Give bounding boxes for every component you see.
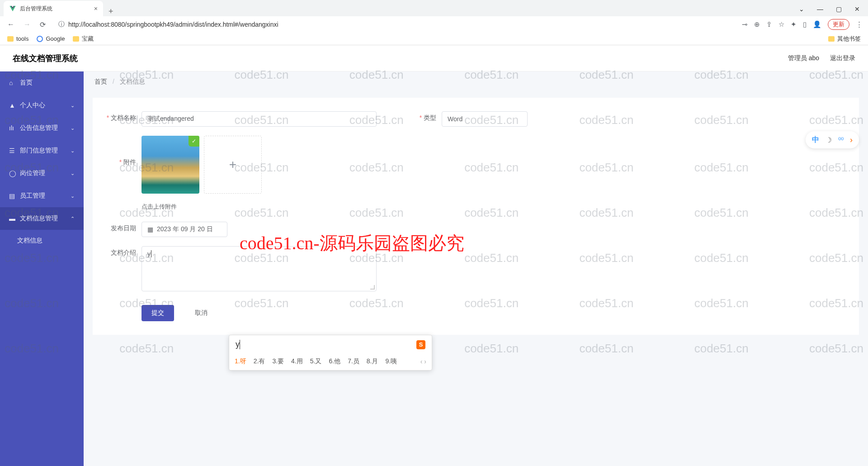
bookmark-treasure[interactable]: 宝藏 [73,35,94,43]
sidebar-item-home[interactable]: ⌂首页 [0,71,84,94]
type-select[interactable]: Word [442,111,528,127]
cancel-button[interactable]: 取消 [185,305,217,321]
bookmark-icon[interactable]: ☆ [778,20,784,29]
user-icon: ▲ [9,102,15,109]
bookmark-other[interactable]: 其他书签 [828,35,861,43]
new-tab-button[interactable]: + [103,7,119,16]
calendar-icon: ▦ [147,226,153,233]
window-maximize[interactable]: ▢ [831,4,846,14]
label-doc-name: 文档名称 [104,111,136,122]
user-label[interactable]: 管理员 abo [788,54,819,62]
sidebar-item-doc-info[interactable]: 文档信息 [0,230,84,252]
sidebar-item-personal[interactable]: ▲个人中心⌄ [0,94,84,117]
sidebar-item-job[interactable]: ◯岗位管理⌄ [0,162,84,185]
url-text: http://localhost:8080/springbootpkh49/ad… [68,21,278,28]
ime-input-text: y [236,340,240,349]
menu-icon[interactable]: ⋮ [856,20,863,29]
job-icon: ◯ [9,170,15,177]
nav-back[interactable]: ← [5,19,16,30]
nav-forward: → [22,19,33,30]
sogou-icon: S [416,340,425,349]
share-icon[interactable]: ⇪ [766,20,772,29]
chevron-right-icon[interactable]: › [850,135,853,145]
folder-icon [7,36,14,42]
update-button[interactable]: 更新 [828,19,849,30]
nav-reload[interactable]: ⟳ [38,19,47,31]
extensions-icon[interactable]: ✦ [791,20,797,29]
label-type: 类型 [404,111,436,127]
floating-toolbar[interactable]: 中 ☽ ⁰⁰ › [806,131,859,148]
ime-candidates[interactable]: 1.呀 2.有 3.要 4.用 5.又 6.他 7.员 8.月 9.咦 ‹› [229,354,432,370]
profile-icon[interactable]: 👤 [813,20,821,29]
doc-icon: ▬ [9,215,15,222]
chevron-up-icon: ⌃ [71,216,75,222]
folder-icon [828,36,835,42]
info-icon: ⓘ [58,20,65,29]
chevron-down-icon: ⌄ [71,148,75,154]
date-input[interactable]: ▦ 2023 年 09 月 20 日 [142,222,227,237]
sidebar-item-doc-mgr[interactable]: ▬文档信息管理⌃ [0,207,84,230]
breadcrumb-current: 文档信息 [120,78,145,85]
label-attachment: 附件 [104,136,136,166]
sidepanel-icon[interactable]: ▯ [803,20,807,29]
browser-tab[interactable]: 后台管理系统 × [4,1,103,16]
label-intro: 文档介绍 [104,246,136,257]
upload-add-button[interactable]: + [204,136,262,194]
dept-icon: ☰ [9,147,15,154]
chevron-down-icon: ⌄ [71,171,75,176]
chevron-down-icon: ⌄ [71,103,75,109]
zoom-icon[interactable]: ⊕ [754,20,760,29]
staff-icon: ▤ [9,192,15,200]
app-title: 在线文档管理系统 [13,53,78,64]
tab-title: 后台管理系统 [20,5,52,13]
window-close[interactable]: ✕ [850,4,864,14]
chart-icon: ılı [9,124,15,132]
key-icon[interactable]: ⊸ [742,20,748,29]
breadcrumb-home[interactable]: 首页 [94,78,107,85]
bookmark-google[interactable]: Google [37,35,65,42]
chevron-down-icon: ⌄ [71,125,75,131]
folder-icon [73,36,79,42]
ime-prev[interactable]: ‹ [420,358,423,365]
chevron-down-icon: ⌄ [71,193,75,199]
sidebar-item-notice[interactable]: ılı公告信息管理⌄ [0,117,84,139]
plus-icon: + [229,157,236,172]
vue-icon [9,5,16,12]
attachment-thumbnail[interactable]: ✓ [142,136,199,194]
close-icon[interactable]: × [94,5,98,12]
google-icon [37,36,43,42]
breadcrumb: 首页 / 文档信息 [84,71,868,92]
bookmark-tools[interactable]: tools [7,35,28,42]
doc-name-input[interactable]: 测试endangered [142,111,377,127]
check-icon: ✓ [189,136,199,147]
ime-popup: y S 1.呀 2.有 3.要 4.用 5.又 6.他 7.员 8.月 9.咦 … [229,335,432,371]
ime-mode[interactable]: 中 [812,135,819,145]
intro-textarea[interactable]: y [142,246,377,291]
window-dropdown[interactable]: ⌄ [794,4,809,14]
label-date: 发布日期 [104,222,136,233]
logout-link[interactable]: 退出登录 [830,54,855,62]
submit-button[interactable]: 提交 [142,305,174,321]
url-input[interactable]: ⓘ http://localhost:8080/springbootpkh49/… [53,20,736,29]
window-minimize[interactable]: — [812,4,828,14]
home-icon: ⌂ [9,79,15,86]
moon-icon[interactable]: ☽ [826,136,832,144]
ime-next[interactable]: › [424,358,426,365]
upload-tip[interactable]: 点击上传附件 [142,203,859,211]
sidebar-item-staff[interactable]: ▤员工管理⌄ [0,185,84,207]
quote-icon[interactable]: ⁰⁰ [838,136,844,144]
sidebar-item-dept[interactable]: ☰部门信息管理⌄ [0,139,84,162]
sidebar: ⌂首页 ▲个人中心⌄ ılı公告信息管理⌄ ☰部门信息管理⌄ ◯岗位管理⌄ ▤员… [0,71,84,466]
